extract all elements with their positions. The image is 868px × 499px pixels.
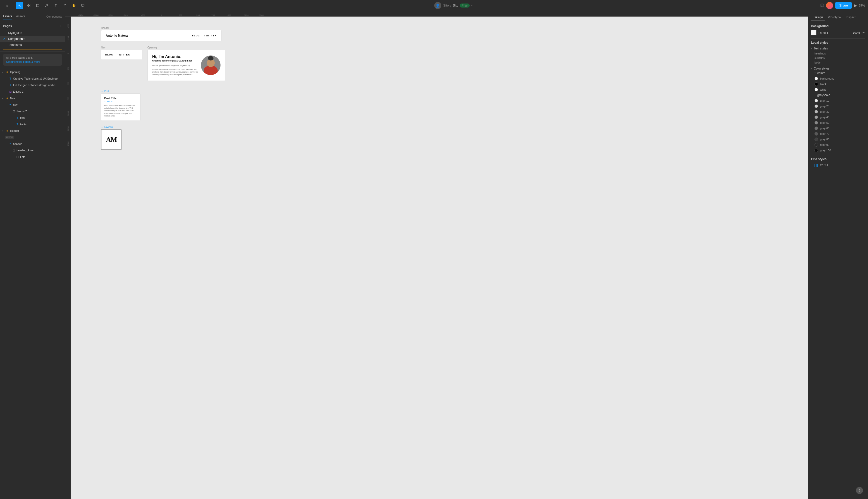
color-gray-60[interactable]: gray-60 bbox=[811, 125, 865, 131]
style-headings[interactable]: headings bbox=[811, 51, 865, 56]
color-gray-50[interactable]: gray-50 bbox=[811, 120, 865, 125]
style-body[interactable]: body bbox=[811, 60, 865, 65]
layer-header-comp[interactable]: ✦ header bbox=[0, 141, 65, 147]
avatar[interactable] bbox=[826, 2, 833, 9]
ruler-tick: 1500 bbox=[259, 14, 264, 16]
ruler-tick: 250 bbox=[179, 14, 182, 16]
layer-blog[interactable]: T blog bbox=[0, 114, 65, 121]
color-black[interactable]: black bbox=[811, 81, 865, 87]
layer-header-inner[interactable]: ⊡ header__inner bbox=[0, 147, 65, 154]
tool-component[interactable] bbox=[61, 2, 69, 9]
text-styles-label: Text styles bbox=[814, 47, 828, 50]
separator bbox=[13, 3, 13, 8]
color-styles-header[interactable]: ▾ Color styles bbox=[811, 67, 865, 70]
style-body-label: body bbox=[815, 61, 821, 64]
colors-subgroup-header[interactable]: ▾ colors bbox=[811, 71, 865, 75]
upgrade-link[interactable]: Get unlimited pages & more bbox=[6, 60, 40, 63]
zoom-label[interactable]: 37% bbox=[859, 4, 865, 7]
nav-frame[interactable]: BLOG TWITTER bbox=[101, 50, 142, 60]
visibility-icon[interactable]: 👁 bbox=[862, 31, 865, 34]
colors-sub-arrow: ▾ bbox=[815, 72, 816, 74]
opening-desc1: I fill the gap between design and engine… bbox=[152, 64, 198, 67]
layer-twitter[interactable]: T twitter bbox=[0, 121, 65, 127]
layer-left[interactable]: ⊡ Left bbox=[0, 154, 65, 160]
opening-heading: Hi, I'm Antonio. bbox=[152, 54, 198, 59]
help-button[interactable]: ? bbox=[856, 487, 863, 494]
grid-styles-section: Grid styles 12 Col bbox=[811, 157, 865, 168]
dropdown-icon[interactable]: ▾ bbox=[471, 4, 473, 7]
toolbar: ⌂ ↖ T ✋ bbox=[0, 0, 868, 11]
tab-inspect[interactable]: Inspect bbox=[843, 14, 858, 21]
layer-header[interactable]: ▸ # Header bbox=[0, 127, 65, 134]
tool-frame[interactable] bbox=[25, 2, 33, 9]
color-white[interactable]: white bbox=[811, 87, 865, 93]
ruler-tick: -1250 bbox=[79, 14, 83, 16]
layer-frame2[interactable]: ⊡ Frame 2 bbox=[0, 108, 65, 114]
layer-fill-text[interactable]: T I fill the gap between design and e... bbox=[0, 82, 65, 88]
style-subtitles[interactable]: subtitles bbox=[811, 56, 865, 60]
text-icon-2: T bbox=[9, 84, 12, 87]
favicon-frame-label: ✦ Favicon bbox=[101, 126, 225, 129]
favicon-icon: ✦ bbox=[101, 126, 103, 129]
layer-opening[interactable]: ▸ # Opening bbox=[0, 69, 65, 75]
pages-add-button[interactable]: + bbox=[60, 24, 62, 28]
share-button[interactable]: Share bbox=[835, 2, 852, 9]
background-swatch[interactable] bbox=[811, 30, 817, 35]
components-label[interactable]: Components bbox=[47, 14, 62, 20]
tab-design[interactable]: Design bbox=[811, 14, 825, 21]
tool-home[interactable]: ⌂ bbox=[3, 2, 11, 9]
canvas-content[interactable]: Header Antonio Matera BLOG TWITTER Nav bbox=[71, 16, 808, 499]
color-gray-10[interactable]: gray-10 bbox=[811, 98, 865, 104]
breadcrumb-site: Sito bbox=[443, 3, 449, 7]
page-styleguide[interactable]: Styleguide bbox=[0, 30, 65, 36]
favicon-frame[interactable]: AM bbox=[101, 129, 122, 150]
page-templates[interactable]: Templates bbox=[0, 42, 65, 48]
tool-select[interactable]: ↖ bbox=[16, 2, 23, 9]
tab-prototype[interactable]: Prototype bbox=[825, 14, 843, 21]
page-name-styleguide: Styleguide bbox=[8, 31, 22, 35]
tab-layers[interactable]: Layers bbox=[3, 13, 12, 20]
color-gray-80[interactable]: gray-80 bbox=[811, 136, 865, 142]
color-gray-90[interactable]: gray-90 bbox=[811, 142, 865, 148]
grayscale-subgroup-header[interactable]: ▾ grayscale bbox=[811, 93, 865, 97]
tool-hand[interactable]: ✋ bbox=[70, 2, 77, 9]
page-components[interactable]: ✓ Components bbox=[0, 36, 65, 42]
label-gray-80: gray-80 bbox=[820, 138, 829, 141]
layer-name-header: Header bbox=[10, 129, 19, 132]
tool-text[interactable]: T bbox=[52, 2, 60, 9]
tool-comment[interactable] bbox=[79, 2, 87, 9]
tab-assets[interactable]: Assets bbox=[16, 13, 25, 20]
play-button[interactable]: ▶ bbox=[854, 3, 857, 8]
color-gray-40[interactable]: gray-40 bbox=[811, 114, 865, 120]
color-gray-20[interactable]: gray-20 bbox=[811, 104, 865, 109]
layer-creative-text[interactable]: T Creative Technologist & UX Engineer bbox=[0, 75, 65, 82]
user-icon[interactable]: 👤 bbox=[434, 2, 441, 9]
local-styles-add[interactable]: + bbox=[863, 41, 865, 45]
color-gray-70[interactable]: gray-70 bbox=[811, 131, 865, 136]
svg-rect-5 bbox=[64, 4, 65, 5]
color-gray-100[interactable]: gray-100 bbox=[811, 148, 865, 153]
post-frame[interactable]: Post Title 12 Feb 21 Amet minim mollit n… bbox=[101, 93, 141, 121]
tool-pen[interactable] bbox=[43, 2, 50, 9]
svg-rect-3 bbox=[29, 6, 30, 7]
color-background[interactable]: background bbox=[811, 76, 865, 81]
left-panel: Layers Assets Components Pages + Stylegu… bbox=[0, 11, 65, 499]
canvas-area[interactable]: -1250 -1000 -750 -500 -250 0 250 500 750… bbox=[65, 11, 808, 499]
opening-text: Hi, I'm Antonio. Creative Technologist &… bbox=[152, 54, 198, 76]
nav-frame-label: Nav bbox=[101, 46, 142, 49]
background-header: Background bbox=[811, 24, 865, 28]
color-gray-30[interactable]: gray-30 bbox=[811, 109, 865, 114]
grid-12col[interactable]: 12 Col bbox=[811, 163, 865, 168]
text-styles-header[interactable]: ▸ Text styles bbox=[811, 47, 865, 50]
tool-shape[interactable] bbox=[34, 2, 41, 9]
color-dot-white bbox=[815, 88, 818, 92]
style-subtitles-label: subtitles bbox=[815, 57, 824, 60]
opening-frame[interactable]: Hi, I'm Antonio. Creative Technologist &… bbox=[147, 50, 225, 81]
layer-nav-inner[interactable]: ✦ nav bbox=[0, 101, 65, 108]
header-frame[interactable]: Antonio Matera BLOG TWITTER bbox=[101, 30, 221, 41]
post-date: 12 Feb 21 bbox=[104, 100, 137, 103]
label-gray-70: gray-70 bbox=[820, 132, 829, 135]
headphone-icon[interactable]: 🎧 bbox=[820, 3, 824, 7]
layer-nav[interactable]: ▸ # Nav bbox=[0, 95, 65, 101]
layer-ellipse[interactable]: ⊡ Ellipse 1 bbox=[0, 88, 65, 95]
